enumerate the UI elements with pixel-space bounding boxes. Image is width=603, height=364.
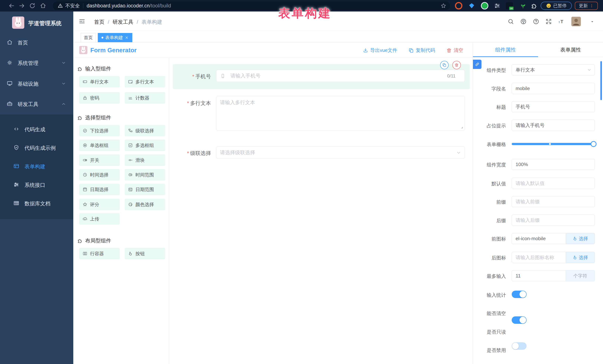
delete-field-button[interactable] — [452, 61, 461, 69]
extension-plant-icon[interactable] — [520, 2, 527, 9]
tab-component-props[interactable]: 组件属性 — [473, 46, 538, 53]
address-bar[interactable]: 不安全 dashboard.yudao.iocoder.cn/tool/buil… — [53, 1, 450, 10]
pointer-icon — [573, 255, 577, 260]
title-input[interactable] — [512, 101, 595, 112]
radio-icon — [82, 143, 87, 148]
update-browser-button[interactable]: 更新 — [575, 2, 598, 10]
cascader-input[interactable] — [216, 146, 465, 159]
download-icon — [363, 48, 368, 53]
sidebar-item-infra[interactable]: 基础设施 — [0, 78, 73, 88]
sidebar-item-codegen-demo[interactable]: 代码生成示例 — [0, 142, 73, 153]
sidebar-item-codegen[interactable]: 代码生成 — [0, 124, 73, 134]
tab-home[interactable]: 首页 — [81, 33, 96, 42]
tab-form-props[interactable]: 表单属性 — [538, 46, 603, 53]
browser-reload-icon[interactable] — [29, 2, 36, 9]
choose-prefix-icon-button[interactable]: 选择 — [566, 233, 595, 244]
palette-item-time-range[interactable]: 时间范围 — [125, 169, 165, 180]
palette-item-counter[interactable]: 123计数器 — [125, 92, 165, 104]
extension-green-icon[interactable] — [481, 2, 488, 10]
palette-item-textarea[interactable]: 多行文本 — [125, 76, 165, 88]
palette-item-cascader[interactable]: 级联选择 — [125, 125, 165, 136]
palette-item-date[interactable]: 日期选择 — [79, 184, 120, 195]
sidebar-item-api[interactable]: 系统接口 — [0, 179, 73, 190]
extension-gem-icon[interactable] — [468, 2, 475, 9]
logo-title: 芋道管理系统 — [28, 20, 62, 27]
palette-item-switch[interactable]: 开关 — [79, 154, 120, 166]
palette-item-radio-group[interactable]: 单选框组 — [79, 140, 120, 151]
palette-item-password[interactable]: 密码 — [79, 92, 120, 104]
sidebar-item-form-builder[interactable]: 表单构建 — [0, 161, 73, 171]
github-icon[interactable] — [520, 18, 527, 25]
panel-scrollbar-thumb[interactable] — [600, 61, 602, 100]
sidebar-item-devtools[interactable]: 研发工具 — [0, 99, 73, 109]
extension-orange-icon[interactable] — [455, 2, 462, 10]
help-icon[interactable] — [533, 18, 539, 25]
browser-back-icon[interactable] — [8, 2, 15, 9]
suffix-icon-input[interactable] — [512, 252, 566, 263]
copy-code-button[interactable]: 复制代码 — [408, 47, 435, 54]
tab-form-builder[interactable]: 表单构建 — [98, 33, 132, 42]
prefix-input[interactable] — [512, 196, 595, 207]
table-icon — [13, 200, 19, 206]
palette-item-date-range[interactable]: 日期范围 — [125, 184, 165, 195]
breadcrumb-current: 表单构建 — [141, 19, 162, 26]
sidebar-toggle-icon[interactable] — [79, 18, 86, 25]
clear-button[interactable]: 清空 — [446, 47, 463, 54]
sidebar-item-system[interactable]: 系统管理 — [0, 57, 73, 68]
fullscreen-icon[interactable] — [545, 18, 552, 25]
textarea-input[interactable] — [216, 96, 465, 131]
search-icon[interactable] — [508, 18, 514, 25]
extensions-puzzle-icon[interactable] — [531, 2, 538, 9]
palette-item-upload[interactable]: 上传 — [79, 213, 120, 225]
input-icon — [82, 79, 87, 84]
palette-item-rate[interactable]: 评分 — [79, 199, 120, 210]
prefix-icon-input[interactable] — [512, 233, 566, 244]
palette-item-checkbox-group[interactable]: 多选框组 — [125, 140, 165, 151]
field-name-input[interactable] — [512, 83, 595, 94]
browser-home-icon[interactable] — [40, 2, 46, 9]
browser-forward-icon[interactable] — [19, 2, 25, 9]
component-width-input[interactable] — [512, 159, 595, 170]
resize-handle-icon[interactable] — [459, 124, 464, 129]
palette-item-input[interactable]: 单行文本 — [79, 76, 120, 88]
user-avatar[interactable] — [571, 16, 581, 27]
palette-item-time[interactable]: 时间选择 — [79, 169, 120, 180]
generator-title: Form Generator — [90, 47, 137, 54]
placeholder-input[interactable] — [512, 120, 595, 131]
paused-extension-badge[interactable]: 已暂停 — [541, 2, 572, 10]
show-count-toggle[interactable] — [512, 291, 527, 298]
font-size-icon[interactable]: tT — [558, 18, 565, 25]
form-grid-slider[interactable] — [512, 143, 595, 145]
close-tab-icon[interactable] — [125, 36, 128, 39]
mobile-input[interactable] — [216, 70, 465, 82]
sidebar-item-home[interactable]: 首页 — [0, 37, 73, 47]
slider-handle[interactable] — [591, 141, 596, 147]
export-vue-button[interactable]: 导出vue文件 — [363, 47, 397, 54]
component-type-select[interactable] — [512, 64, 595, 76]
sidebar-item-label: 代码生成 — [24, 126, 45, 133]
readonly-toggle[interactable] — [512, 342, 527, 350]
default-value-input[interactable] — [512, 178, 595, 189]
clearable-toggle[interactable] — [512, 316, 527, 324]
extension-on-icon[interactable]: on — [506, 2, 513, 9]
palette-item-select[interactable]: 下拉选择 — [79, 125, 120, 136]
overlay-page-title: 表单构建 — [278, 5, 332, 21]
tab-label: 首页 — [84, 35, 93, 41]
tab-label: 表单构建 — [105, 35, 123, 41]
breadcrumb-home[interactable]: 首页 — [94, 19, 104, 26]
user-menu-caret-icon[interactable] — [590, 20, 594, 24]
breadcrumb-devtools[interactable]: 研发工具 — [113, 19, 133, 26]
maxlength-input[interactable] — [512, 270, 566, 281]
palette-item-color[interactable]: 颜色选择 — [125, 199, 165, 210]
bookmark-star-icon[interactable] — [441, 3, 446, 9]
cloud-upload-icon — [82, 217, 87, 221]
choose-suffix-icon-button[interactable]: 选择 — [566, 252, 595, 263]
palette-item-slider[interactable]: 滑块 — [125, 154, 165, 166]
sliders-icon — [13, 182, 19, 188]
duplicate-field-button[interactable] — [440, 61, 449, 69]
palette-item-row[interactable]: 行容器 — [79, 248, 120, 259]
suffix-input[interactable] — [512, 215, 595, 226]
palette-item-button[interactable]: 按钮 — [125, 248, 165, 259]
sidebar-item-db-doc[interactable]: 数据库文档 — [0, 198, 73, 208]
extension-sliders-icon[interactable] — [494, 2, 500, 9]
